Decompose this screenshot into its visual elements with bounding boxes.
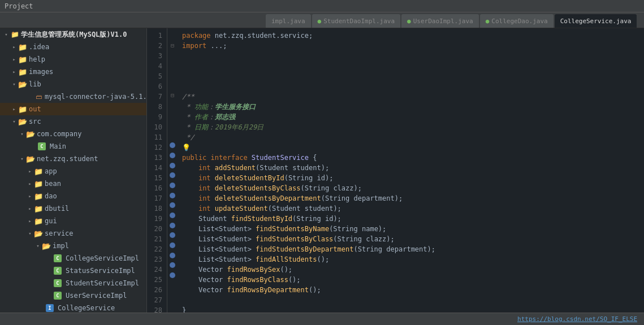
breakpoint-dot[interactable] (170, 163, 175, 168)
sidebar-label-com-company: com.company (37, 130, 81, 138)
sidebar-item-service[interactable]: 📂 service (0, 227, 146, 240)
tab-user-dao-impl[interactable]: ● UserDaoImpl.java (401, 14, 479, 28)
sidebar-label-dbutil: dbutil (45, 205, 69, 213)
sidebar-label-college-service-impl: CollegeServiceImpl (66, 254, 139, 262)
folder-icon: 📁 (34, 192, 43, 201)
sidebar-label-dao: dao (45, 192, 57, 200)
tab-impl-java[interactable]: impl.java (266, 14, 311, 28)
sidebar-item-gui[interactable]: 📁 gui (0, 215, 146, 227)
sidebar-item-src[interactable]: 📂 src (0, 115, 146, 128)
class-icon: C (53, 266, 62, 275)
tree-arrow-dbutil (26, 205, 34, 213)
breakpoint-dot[interactable] (170, 213, 175, 218)
tree-arrow-empty (45, 267, 53, 275)
class-icon: C (53, 279, 62, 288)
gutter-row (167, 60, 178, 71)
sidebar-label-gui: gui (45, 217, 57, 225)
sidebar-item-student-service-impl[interactable]: C StudentServiceImpl (0, 277, 146, 289)
breakpoint-dot[interactable] (170, 202, 175, 208)
tab-college-service[interactable]: CollegeService.java (555, 14, 637, 28)
sidebar-project-label: 学生信息管理系统(MySQL版)V1.0 (21, 30, 127, 40)
folder-icon: 📁 (34, 204, 43, 213)
sidebar-item-out[interactable]: 📁 out (0, 103, 146, 115)
gutter-row (167, 240, 178, 250)
sidebar-item-net-zzq[interactable]: 📂 net.zzq.student (0, 153, 146, 165)
gutter-row (167, 260, 178, 270)
status-url[interactable]: https://blog.csdn.net/SO_IF_ELSE (517, 315, 637, 323)
folder-icon: 📂 (26, 154, 35, 163)
sidebar-label-mysql-jar: mysql-connector-java-5.1.16-bin.jar (45, 93, 147, 101)
sidebar-label-images: images (29, 68, 53, 76)
sidebar-item-bean[interactable]: 📁 bean (0, 177, 146, 190)
sidebar-item-user-service-impl[interactable]: C UserServiceImpl (0, 289, 146, 302)
sidebar: 📁 学生信息管理系统(MySQL版)V1.0 📁 .idea 📁 help 📁 … (0, 28, 147, 313)
top-bar: Project (0, 0, 644, 12)
tree-arrow-empty (26, 93, 34, 101)
sidebar-item-help[interactable]: 📁 help (0, 53, 146, 66)
folder-icon: 📁 (18, 67, 27, 76)
sidebar-label-net-zzq: net.zzq.student (37, 155, 98, 163)
gutter-row (167, 190, 178, 201)
tree-arrow-impl (34, 242, 42, 250)
sidebar-item-college-service-impl[interactable]: C CollegeServiceImpl (0, 252, 146, 265)
folder-icon: 📂 (18, 117, 27, 126)
main-area: 📁 学生信息管理系统(MySQL版)V1.0 📁 .idea 📁 help 📁 … (0, 28, 644, 313)
breakpoint-dot[interactable] (170, 242, 175, 248)
breakpoint-dot[interactable] (170, 253, 175, 258)
gutter-row (167, 270, 178, 280)
sidebar-item-com-company[interactable]: 📂 com.company (0, 128, 146, 140)
tree-arrow-empty (45, 292, 53, 300)
gutter-row (167, 290, 178, 300)
gutter-row (167, 300, 178, 310)
tab-label: CollegeService.java (560, 18, 632, 25)
sidebar-item-main[interactable]: C Main (0, 140, 146, 153)
folder-icon: 📂 (18, 80, 27, 89)
gutter-row (167, 200, 178, 210)
gutter-row (167, 280, 178, 291)
gutter-row (167, 71, 178, 81)
tree-arrow-empty (45, 279, 53, 287)
tab-college-dao[interactable]: ● CollegeDao.java (480, 14, 554, 28)
tree-arrow-dao (26, 192, 34, 200)
sidebar-item-college-service-iface[interactable]: I CollegeService (0, 302, 146, 313)
class-icon: C (53, 291, 62, 300)
sidebar-item-project[interactable]: 📁 学生信息管理系统(MySQL版)V1.0 (0, 28, 146, 41)
breakpoint-dot[interactable] (170, 142, 175, 148)
sidebar-item-app[interactable]: 📁 app (0, 165, 146, 177)
sidebar-item-dao[interactable]: 📁 dao (0, 190, 146, 202)
sidebar-label-out: out (29, 105, 41, 113)
sidebar-item-dbutil[interactable]: 📁 dbutil (0, 202, 146, 215)
tree-arrow-lib (10, 80, 18, 88)
folder-icon: 📁 (34, 179, 43, 188)
sidebar-label-student-service-impl: StudentServiceImpl (66, 279, 139, 287)
tab-student-dao-impl[interactable]: ● StudentDaoImpl.java (312, 14, 400, 28)
breakpoint-dot[interactable] (170, 183, 175, 188)
tree-arrow-project (2, 31, 10, 38)
tree-arrow-empty (45, 254, 53, 262)
tab-dot-green: ● (486, 18, 490, 25)
tree-arrow-images (10, 68, 18, 76)
sidebar-item-images[interactable]: 📁 images (0, 66, 146, 78)
code-content: 123456 789101112 131415161718 1920212223… (147, 28, 644, 313)
sidebar-item-mysql-jar[interactable]: 🗃 mysql-connector-java-5.1.16-bin.jar (0, 90, 146, 103)
breakpoint-dot[interactable] (170, 223, 175, 228)
breakpoint-dot[interactable] (170, 272, 175, 278)
gutter-row (167, 120, 178, 131)
tab-label: CollegeDao.java (491, 18, 547, 25)
folder-icon: 📂 (34, 229, 43, 238)
code-editor[interactable]: 123456 789101112 131415161718 1920212223… (147, 28, 644, 313)
sidebar-item-idea[interactable]: 📁 .idea (0, 41, 146, 53)
sidebar-item-lib[interactable]: 📂 lib (0, 78, 146, 90)
tree-arrow-com-company (18, 130, 26, 138)
gutter-row: ⊟ (167, 41, 178, 51)
sidebar-item-impl[interactable]: 📂 impl (0, 240, 146, 252)
breakpoint-dot[interactable] (170, 193, 175, 198)
breakpoint-dot[interactable] (170, 172, 175, 178)
code-area[interactable]: package net.zzq.student.service; import … (178, 28, 644, 313)
breakpoint-dot[interactable] (170, 262, 175, 268)
tree-arrow-net-zzq (18, 155, 26, 163)
breakpoint-dot[interactable] (170, 232, 175, 238)
sidebar-item-status-service-impl[interactable]: C StatusServiceImpl (0, 265, 146, 277)
breakpoint-dot[interactable] (170, 153, 175, 158)
sidebar-label-user-service-impl: UserServiceImpl (66, 292, 127, 300)
